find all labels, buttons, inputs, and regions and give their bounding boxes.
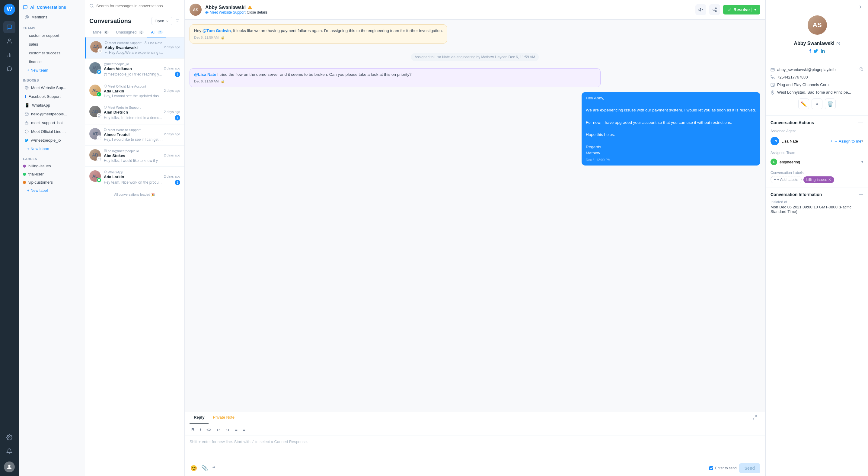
- svg-line-40: [714, 8, 716, 9]
- add-labels-button[interactable]: + + Add Labels: [771, 176, 802, 183]
- chat-header: AS Abby Swaniawski Meet Website Support …: [185, 0, 765, 20]
- nav-chats[interactable]: [3, 63, 16, 75]
- mentions-link[interactable]: Mentions: [21, 12, 83, 22]
- expand-reply-button[interactable]: [749, 412, 760, 424]
- copy-email-icon[interactable]: [860, 67, 863, 71]
- inbox-bot[interactable]: meet_support_bot: [21, 119, 83, 127]
- list-ordered-button[interactable]: ≡: [241, 426, 247, 433]
- italic-button[interactable]: I: [198, 426, 203, 433]
- close-details-link[interactable]: Close details: [247, 10, 268, 14]
- user-avatar-sidebar[interactable]: [4, 462, 15, 472]
- list-bullet-button[interactable]: ≡: [233, 426, 239, 433]
- conversation-item[interactable]: AS Meet Website Support Lisa Nate Abby S…: [85, 37, 184, 59]
- tab-all[interactable]: All 7: [147, 28, 166, 37]
- conv-time: 2 days ago: [164, 175, 180, 178]
- conversation-item[interactable]: AV @meetpeople_io Adam Volkman 2 days ag…: [85, 59, 184, 81]
- nav-contacts[interactable]: [3, 35, 16, 47]
- inbox-whatsapp[interactable]: 📱 WhatsApp: [21, 101, 83, 109]
- label-vip-customers[interactable]: vip-customers: [19, 178, 85, 186]
- conversation-item[interactable]: AD Meet Website Support Alan Dietrich 2 …: [85, 102, 184, 124]
- inbox-link-icon: [205, 11, 209, 14]
- bold-button[interactable]: B: [189, 426, 196, 433]
- team-customer-support[interactable]: customer support: [21, 31, 83, 39]
- facebook-icon: f: [25, 94, 26, 99]
- phone-detail: +2544217767880: [771, 73, 863, 81]
- section-header: Conversation Actions —: [771, 120, 863, 125]
- edit-contact-button[interactable]: ✏️: [798, 98, 809, 109]
- undo-button[interactable]: ↩: [215, 426, 222, 433]
- merge-contact-button[interactable]: »: [812, 98, 823, 109]
- new-label-button[interactable]: + New label: [19, 186, 85, 195]
- inbox-meet-website[interactable]: Meet Website Sup...: [21, 84, 83, 92]
- enter-to-send-label: Enter to send: [715, 466, 736, 470]
- search-input[interactable]: [96, 4, 180, 8]
- status-filter-button[interactable]: Open: [151, 17, 172, 25]
- external-link-icon[interactable]: [836, 41, 840, 46]
- all-conversations-link[interactable]: All Conversations: [19, 0, 85, 12]
- team-customer-success[interactable]: customer success: [21, 49, 83, 57]
- attachment-button[interactable]: 📎: [200, 464, 209, 472]
- team-dropdown-button[interactable]: ▾: [861, 160, 863, 164]
- send-button[interactable]: Send: [739, 463, 760, 473]
- labels-section-title: Labels: [19, 153, 85, 162]
- reply-tab-reply[interactable]: Reply: [189, 412, 209, 424]
- assign-to-me-button[interactable]: → Assign to me: [829, 139, 861, 144]
- mute-button[interactable]: [695, 4, 706, 15]
- collapse-info-button[interactable]: —: [859, 192, 863, 197]
- initiated-at-label: Initiated at: [771, 200, 863, 204]
- filter-icon[interactable]: [175, 19, 180, 24]
- svg-point-15: [90, 4, 93, 7]
- new-inbox-button[interactable]: + New inbox: [19, 145, 85, 153]
- conversation-item[interactable]: AL WhatsApp Ada Larkin 2 days ago Hey te…: [85, 167, 184, 189]
- panel-collapse-button[interactable]: [858, 4, 863, 10]
- reply-input-area[interactable]: Shift + enter for new line. Start with '…: [185, 436, 765, 460]
- inbox-facebook[interactable]: f Facebook Support: [21, 92, 83, 100]
- conv-top: Abe Stokes 2 days ago: [104, 153, 180, 158]
- inbox-line[interactable]: Meet Official Line ...: [21, 127, 83, 136]
- resolve-button[interactable]: Conversation Actions Resolve ▾: [723, 5, 760, 14]
- app-logo[interactable]: W: [4, 4, 15, 15]
- label-trial-user[interactable]: trial-user: [19, 170, 85, 178]
- conversation-information-title: Conversation Information —: [771, 192, 863, 197]
- inbox-meet-website-label: Meet Website Sup...: [31, 86, 66, 90]
- reply-tab-private-note[interactable]: Private Note: [209, 412, 239, 424]
- quote-button[interactable]: ❝: [211, 464, 216, 472]
- label-vip-text: vip-customers: [28, 180, 53, 184]
- conversation-item[interactable]: AL L Meet Official Line Account Ada Lark…: [85, 81, 184, 102]
- phone-icon: [771, 75, 775, 80]
- svg-point-0: [8, 39, 10, 41]
- location-icon: [771, 90, 775, 94]
- conversation-item[interactable]: AB hello@meetpeople.io Abe Stokes 2 days…: [85, 146, 184, 167]
- nav-notifications[interactable]: [3, 445, 16, 457]
- team-sales[interactable]: sales: [21, 40, 83, 48]
- new-team-button[interactable]: + New team: [19, 66, 85, 74]
- code-button[interactable]: <>: [205, 426, 213, 433]
- share-button[interactable]: [709, 4, 720, 15]
- delete-contact-button[interactable]: 🗑️: [825, 98, 836, 109]
- tab-mine[interactable]: Mine 0: [89, 28, 112, 37]
- remove-label-button[interactable]: ✕: [828, 178, 831, 182]
- facebook-social-icon[interactable]: f: [809, 49, 811, 55]
- chat-user-sub: Meet Website Support Close details: [205, 10, 268, 14]
- redo-button[interactable]: ↪: [224, 426, 231, 433]
- nav-reports[interactable]: [3, 49, 16, 61]
- resolve-chevron[interactable]: ▾: [751, 7, 756, 12]
- conv-content: Meet Website Support Aimee Treutel 2 day…: [104, 128, 180, 142]
- inbox-twitter[interactable]: @meetpeople_io: [21, 136, 83, 144]
- inbox-email[interactable]: hello@meetpeople...: [21, 110, 83, 118]
- collapse-actions-button[interactable]: —: [858, 120, 863, 125]
- conversation-item[interactable]: AT Meet Website Support Aimee Treutel 2 …: [85, 124, 184, 146]
- label-billing-issues[interactable]: billing-issues: [19, 162, 85, 170]
- twitter-social-icon[interactable]: [813, 49, 818, 55]
- enter-send-checkbox[interactable]: [709, 466, 713, 470]
- expand-icon: [752, 415, 757, 420]
- emoji-button[interactable]: 😊: [189, 464, 198, 472]
- team-finance[interactable]: finance: [21, 58, 83, 66]
- nav-conversations[interactable]: [3, 21, 16, 33]
- search-bar: [85, 0, 184, 12]
- agent-dropdown-button[interactable]: ▾: [861, 139, 863, 143]
- linkedin-social-icon[interactable]: in: [820, 49, 825, 55]
- tab-unassigned[interactable]: Unassigned 6: [112, 28, 147, 37]
- assigned-agent-label: Assigned Agent: [771, 129, 863, 133]
- nav-settings[interactable]: [3, 431, 16, 443]
